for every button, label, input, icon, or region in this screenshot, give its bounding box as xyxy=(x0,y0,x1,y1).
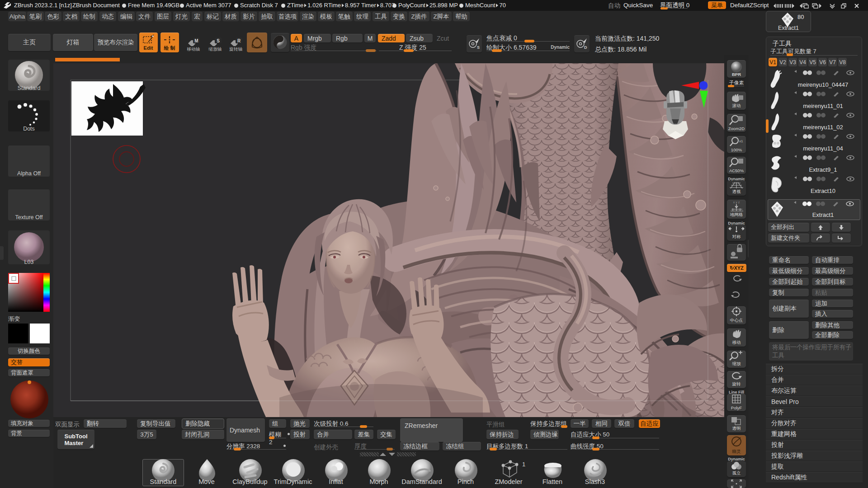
svg-text:D: D xyxy=(584,45,587,50)
svg-text:x1: x1 xyxy=(739,139,743,143)
svg-text:M: M xyxy=(194,38,198,43)
svg-text:绘 制: 绘 制 xyxy=(163,45,175,51)
svg-text:S: S xyxy=(477,45,480,50)
svg-text:Edit: Edit xyxy=(144,45,153,51)
svg-text:R: R xyxy=(237,38,241,43)
svg-text:x y z: x y z xyxy=(733,201,740,204)
svg-text:S: S xyxy=(217,38,220,43)
